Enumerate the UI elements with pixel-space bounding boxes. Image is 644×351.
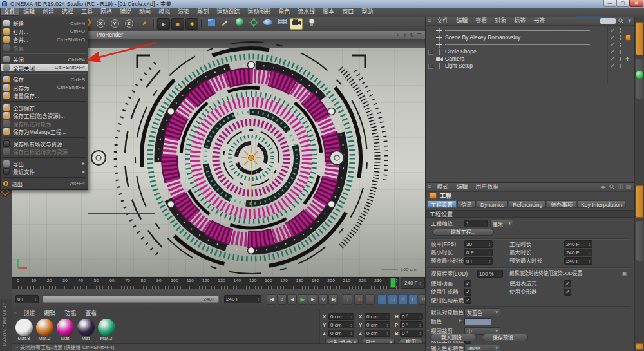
green-status-dot[interactable] (636, 71, 643, 79)
file-menu-item-close-all[interactable]: 全部关闭Ctrl+Shift+F4 (1, 64, 88, 72)
render-lod-checkbox[interactable]: ▣ (622, 270, 627, 276)
dock-tab-orange-attributes[interactable] (636, 185, 643, 218)
project-scale-unit-dropdown[interactable]: 厘米▾ (490, 220, 513, 227)
rot-b-field[interactable]: 0 °↕ (400, 330, 423, 337)
key-parameter-toggle[interactable]: P (408, 294, 418, 305)
key-scale-toggle[interactable]: □ (388, 294, 397, 305)
file-menu-item-save-project-assets[interactable]: 保存工程(包含资源)... (1, 111, 88, 120)
tab-dynamics[interactable]: Dynamics (477, 200, 508, 208)
attr-menu-edit[interactable]: 编辑 (452, 184, 471, 190)
maximize-button[interactable]: ▢ (616, 0, 629, 7)
menu-select[interactable]: 选择 (58, 8, 77, 16)
om-menu-edit[interactable]: 编辑 (452, 17, 471, 24)
file-menu-item-save-incremental[interactable]: 增量保存... (1, 91, 88, 100)
file-menu-item-close[interactable]: 关闭Ctrl+F4 (1, 55, 88, 64)
material-menu-view[interactable]: 查看 (80, 310, 101, 316)
file-menu-item-recent-files[interactable]: 最近文件▸ (1, 167, 88, 176)
pos-y-field[interactable]: 0 cm↕ (328, 321, 354, 328)
menu-sculpt[interactable]: 雕刻 (193, 8, 213, 16)
lock-icon[interactable]: ⚿ (618, 183, 623, 191)
menu-tools[interactable]: 工具 (77, 8, 97, 16)
autokey-button[interactable]: ? (365, 294, 375, 305)
goto-end-button[interactable]: ▶| (328, 294, 338, 305)
dock-tab-orange-top[interactable] (636, 22, 643, 55)
max-time-field[interactable]: 240 F↕ (564, 249, 592, 256)
target-tag-icon[interactable]: ✛ (625, 55, 630, 62)
menu-snap[interactable]: 捕捉 (116, 8, 135, 16)
default-color-swatch[interactable] (464, 318, 491, 325)
panel-grid-icon[interactable]: ≡ (12, 310, 19, 316)
deformer-button[interactable] (247, 18, 260, 30)
tab-info[interactable]: 信息 (457, 200, 476, 208)
lock-y-axis-button[interactable]: Y (108, 18, 121, 30)
goto-start-button[interactable]: |◀ (267, 294, 276, 305)
spline-pen-button[interactable] (219, 18, 232, 30)
material-menu-create[interactable]: 创建 (19, 310, 39, 316)
material-item[interactable]: Mat (76, 319, 95, 342)
expand-arrow-icon[interactable]: ▸ (459, 318, 462, 323)
attr-menu-mode[interactable]: 模式 (433, 184, 452, 190)
menu-script[interactable]: 脚本 (319, 8, 338, 16)
spinner-icon[interactable]: ↕ (419, 281, 421, 285)
scale-project-button[interactable]: 缩放工程... (432, 229, 494, 236)
spinner-icon[interactable]: ↕ (258, 297, 260, 301)
expand-icon[interactable]: + (428, 64, 433, 69)
file-menu-item-merge[interactable]: 合并...Ctrl+Shift+O (1, 35, 88, 44)
file-menu-item-save-all[interactable]: 全部保存 (1, 104, 88, 112)
light-button[interactable] (305, 18, 318, 30)
file-menu-item-new[interactable]: 新建Ctrl+N (1, 19, 88, 28)
project-scale-field[interactable]: 1↕ (464, 220, 488, 227)
load-preset-button[interactable]: 载入预设... (430, 334, 477, 341)
object-row-null-separator[interactable]: ✓ (426, 41, 634, 48)
file-menu-item-save-takes[interactable]: 保存所有场次与资源 (1, 140, 88, 148)
menu-pipeline[interactable]: 流水线 (294, 8, 319, 16)
menu-mesh[interactable]: 网格 (97, 8, 116, 16)
file-menu-item-revert[interactable]: 恢复... (1, 44, 88, 52)
om-menu-tags[interactable]: 标签 (510, 17, 529, 24)
current-frame-field[interactable]: 0 F↕ (15, 295, 39, 303)
menu-render[interactable]: 渲染 (174, 8, 193, 16)
play-reverse-loop-button[interactable]: ↺ (277, 294, 287, 305)
menu-animate[interactable]: 动画 (135, 8, 155, 16)
dock-tab-orange-bottom[interactable] (636, 343, 643, 350)
enable-check-icon[interactable]: ✓ (611, 55, 615, 62)
material-item[interactable]: Mat.2 (35, 319, 54, 342)
play-button[interactable]: ▶ (298, 294, 307, 305)
expand-arrow-icon[interactable]: • (427, 327, 429, 333)
use-expressions-checkbox[interactable]: ✓ (564, 280, 571, 287)
panel-grid-icon[interactable]: ≡ (426, 17, 433, 24)
om-menu-bookmarks[interactable]: 书签 (529, 17, 549, 24)
lock-z-axis-button[interactable]: Z (122, 18, 135, 30)
file-menu-item-export[interactable]: 导出...▸ (1, 160, 88, 168)
nav-back-icon[interactable]: ◂▸ (600, 183, 606, 191)
minimize-button[interactable]: — (603, 0, 616, 7)
coordinate-system-button[interactable]: ⬈ (138, 18, 151, 30)
menu-simulate[interactable]: 模拟 (155, 8, 174, 16)
use-animation-checkbox[interactable]: ✓ (464, 280, 471, 287)
spinner-icon[interactable]: ↕ (35, 297, 37, 301)
record-keyframe-button[interactable]: ⊕ (354, 294, 364, 305)
subdivision-surface-button[interactable] (233, 18, 246, 30)
timeline-ruler[interactable]: 0102030405060708090100110120130140150160… (12, 277, 399, 289)
file-menu-item-save-melange[interactable]: 保存为Melange工程... (1, 128, 88, 136)
viewport-zoom-icon[interactable]: ↕ (401, 31, 408, 39)
object-row-camera[interactable]: Camera✓✛ (426, 55, 634, 62)
material-item[interactable]: Mat.2 (97, 319, 116, 342)
environment-button[interactable] (261, 18, 274, 30)
file-menu-item-save-marked-takes[interactable]: 保存已标记场次与资源 (1, 147, 88, 156)
floor-button[interactable] (276, 18, 289, 30)
material-item[interactable]: Mat (55, 319, 75, 342)
fps-field[interactable]: 30↕ (464, 240, 493, 248)
rot-h-field[interactable]: 0 °↕ (400, 313, 423, 320)
key-rotation-toggle[interactable]: ○ (398, 294, 408, 305)
object-name[interactable]: Scene By Alexey Romanovskiy (445, 34, 520, 41)
pos-x-field[interactable]: 0 cm↕ (328, 313, 354, 320)
menu-character[interactable]: 角色 (274, 8, 294, 16)
lock-x-axis-button[interactable]: X (94, 18, 107, 30)
lod-field[interactable]: 100 %↕ (477, 270, 503, 278)
duration-field[interactable]: 240 F↕ (564, 240, 592, 248)
use-deformers-checkbox[interactable]: ✓ (564, 289, 571, 296)
timeline-range-slider[interactable]: 240 F (43, 296, 219, 303)
file-menu-item-save[interactable]: 保存Ctrl+S (1, 75, 88, 84)
material-sphere[interactable] (15, 319, 33, 336)
